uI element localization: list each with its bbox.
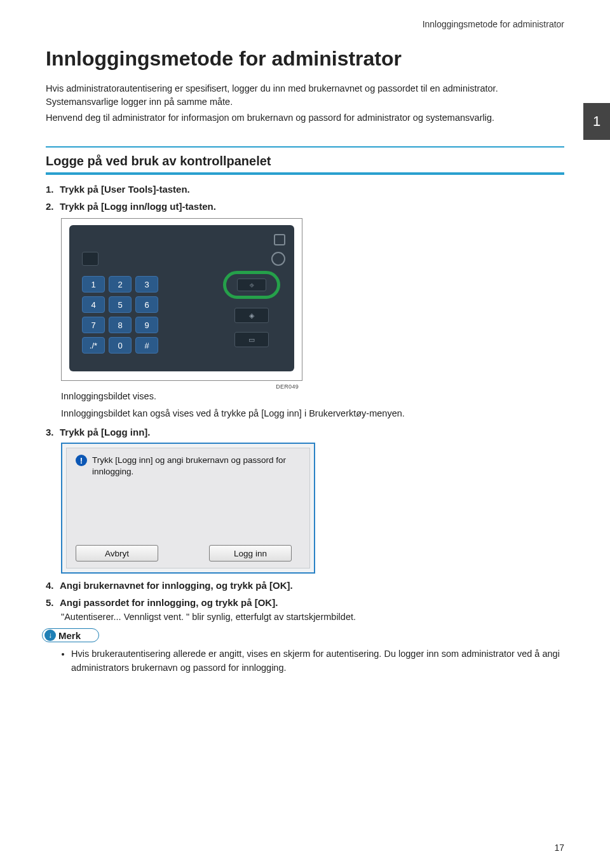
key-9: 9 xyxy=(135,317,158,333)
step-number: 3. xyxy=(46,427,60,437)
step-number: 1. xyxy=(46,184,60,195)
login-logout-key: ⎆ xyxy=(237,279,266,291)
step-text: Trykk på [Logg inn]. xyxy=(60,427,151,437)
login-screen-figure: ! Trykk [Logg inn] og angi brukernavn og… xyxy=(61,443,315,574)
cancel-button: Avbryt xyxy=(76,545,158,561)
note-label: Merk xyxy=(58,630,81,641)
step-3: 3.Trykk på [Logg inn]. ! Trykk [Logg inn… xyxy=(46,427,564,574)
key-7: 7 xyxy=(82,317,105,333)
step2-note-1: Innloggingsbildet vises. xyxy=(61,390,564,403)
side-button-2: ◈ xyxy=(234,308,269,323)
running-header: Innloggingsmetode for administrator xyxy=(46,19,564,29)
key-1: 1 xyxy=(82,276,105,293)
key-8: 8 xyxy=(109,317,132,333)
key-0: 0 xyxy=(109,337,132,354)
step-text: Angi brukernavnet for innlogging, og try… xyxy=(60,580,293,591)
key-2: 2 xyxy=(109,276,132,293)
step-1: 1.Trykk på [User Tools]-tasten. xyxy=(46,184,564,195)
login-button: Logg inn xyxy=(209,545,292,561)
key-hash: # xyxy=(135,337,158,354)
step-text: Trykk på [Logg inn/logg ut]-tasten. xyxy=(60,201,216,212)
key-3: 3 xyxy=(135,276,158,293)
note-block: ↓ Merk Hvis brukerautentisering allerede… xyxy=(42,628,564,675)
chapter-tab: 1 xyxy=(583,103,610,140)
page-number: 17 xyxy=(554,843,564,853)
down-arrow-icon: ↓ xyxy=(44,630,56,641)
note-item: Hvis brukerautentisering allerede er ang… xyxy=(71,647,564,675)
step-text: Trykk på [User Tools]-tasten. xyxy=(60,184,190,195)
step-4: 4.Angi brukernavnet for innlogging, og t… xyxy=(46,580,564,591)
section-heading: Logge på ved bruk av kontrollpanelet xyxy=(46,146,564,175)
key-4: 4 xyxy=(82,296,105,313)
key-5: 5 xyxy=(109,296,132,313)
panel-indicator-icon xyxy=(274,234,285,245)
note-badge: ↓ Merk xyxy=(42,628,99,642)
intro-block: Hvis administratorautentisering er spesi… xyxy=(46,82,564,125)
info-icon: ! xyxy=(76,455,87,466)
step-2: 2.Trykk på [Logg inn/logg ut]-tasten. 1 … xyxy=(46,201,564,420)
step-number: 2. xyxy=(46,201,60,212)
step-number: 5. xyxy=(46,597,60,608)
step-5: 5.Angi passordet for innlogging, og tryk… xyxy=(46,597,564,622)
login-screen-message: Trykk [Logg inn] og angi brukernavn og p… xyxy=(92,455,301,478)
login-key-highlight: ⎆ xyxy=(223,271,280,299)
intro-para-2: Henvend deg til administrator for inform… xyxy=(46,111,564,125)
panel-small-button xyxy=(82,252,98,266)
key-star: ./* xyxy=(82,337,105,354)
energy-icon xyxy=(271,252,285,266)
figure-code: DER049 xyxy=(61,383,302,390)
key-6: 6 xyxy=(135,296,158,313)
step5-result: "Autentiserer... Vennligst vent. " blir … xyxy=(61,612,564,622)
step2-note-2: Innloggingsbildet kan også vises ved å t… xyxy=(61,407,564,420)
side-button-3: ▭ xyxy=(234,332,269,347)
keypad-figure: 1 2 3 4 5 6 7 8 9 ./* 0 # ⎆ xyxy=(61,218,302,381)
step-number: 4. xyxy=(46,580,60,591)
step-text: Angi passordet for innlogging, og trykk … xyxy=(60,597,278,608)
page-title: Innloggingsmetode for administrator xyxy=(46,47,564,71)
intro-para-1: Hvis administratorautentisering er spesi… xyxy=(46,82,564,109)
step-list: 1.Trykk på [User Tools]-tasten. 2.Trykk … xyxy=(46,184,564,622)
